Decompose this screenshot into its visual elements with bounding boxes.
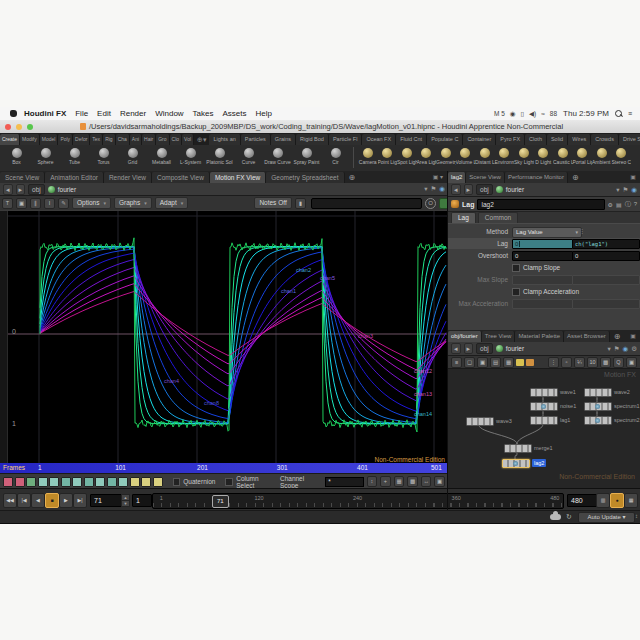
shelf-tab[interactable]: Poly — [58, 134, 73, 145]
menubar-clock[interactable]: Thu 2:59 PM — [563, 109, 609, 118]
spotlight-icon[interactable] — [615, 110, 622, 117]
play-reverse-button[interactable]: ◀ — [31, 493, 45, 508]
channel-swatch[interactable] — [49, 477, 59, 487]
column-select-checkbox[interactable] — [225, 478, 233, 486]
shelf-tool[interactable]: Sky Light — [514, 145, 534, 165]
shelf-tab[interactable]: Rigid Bod — [296, 134, 329, 145]
channel-swatch[interactable] — [153, 477, 163, 487]
view-mode-4-icon[interactable]: ▦ — [503, 357, 514, 368]
lag-field-2[interactable]: ch("lag1") — [572, 239, 640, 249]
timeline-slider[interactable]: 1120240360480 71 — [152, 493, 564, 509]
menu-item[interactable]: Edit — [97, 109, 111, 118]
max-slope-field-1[interactable] — [512, 275, 573, 285]
shelf-tab[interactable]: Vol — [182, 134, 194, 145]
pane-tab[interactable]: Material Palette — [515, 331, 564, 342]
pane-menu-icon[interactable]: ▣ — [626, 172, 640, 183]
network-node[interactable] — [504, 444, 532, 453]
pane-splitter[interactable] — [447, 171, 448, 510]
pin-icon[interactable]: ⚑ — [431, 185, 437, 193]
quaternion-checkbox[interactable] — [173, 478, 181, 486]
auto-update-dropdown[interactable]: Auto Update ▾ — [578, 512, 635, 523]
shelf-tool[interactable]: Platonic Sol — [205, 145, 234, 165]
box-select-icon[interactable]: ▣ — [16, 198, 27, 209]
max-slope-field-2[interactable] — [572, 275, 640, 285]
pin-icon[interactable]: ⚑ — [623, 186, 629, 194]
pencil-icon[interactable]: ✎ — [58, 198, 69, 209]
network-node[interactable] — [530, 402, 558, 411]
shelf-tab[interactable]: Crowds — [591, 134, 619, 145]
add-pane-tab-icon[interactable]: ⊕ — [610, 331, 625, 342]
view-mode-3-icon[interactable]: ▤ — [490, 357, 501, 368]
menu-item[interactable]: File — [75, 109, 88, 118]
cloud-icon[interactable] — [550, 514, 561, 520]
lag-field-1[interactable]: 0 — [512, 239, 573, 249]
path-node-name[interactable]: fourier — [506, 345, 524, 352]
shelf-tool[interactable]: Area Light — [417, 145, 437, 165]
shelf-tab[interactable]: Cha — [116, 134, 130, 145]
overshoot-field-1[interactable]: 0 — [512, 251, 573, 261]
shelf-tab[interactable]: Model — [40, 134, 59, 145]
network-node[interactable] — [584, 416, 612, 425]
menu-item[interactable]: Render — [120, 109, 146, 118]
link-icon[interactable]: ◉ — [631, 186, 637, 194]
shelf-tool[interactable]: Curve — [234, 145, 263, 165]
network-editor[interactable]: Motion FX Non-Commercial Edition wave1no… — [448, 369, 640, 488]
path-node-name[interactable]: fourier — [506, 186, 524, 193]
status-icon[interactable]: ▯ — [521, 110, 525, 118]
channel-swatch[interactable] — [84, 477, 94, 487]
shelf-tab[interactable]: Modify — [20, 134, 40, 145]
frame-count-icon[interactable]: 10 — [587, 357, 598, 368]
overshoot-field-2[interactable]: 0 — [572, 251, 640, 261]
pane-tab[interactable]: Animation Editor — [45, 172, 104, 183]
shelf-tab[interactable]: Ocean FX — [362, 134, 396, 145]
menu-dots-icon[interactable]: ⋮ — [548, 357, 559, 368]
shelf-tool[interactable]: D Light — [534, 145, 554, 165]
channel-scope-field[interactable]: * — [325, 477, 363, 487]
channel-swatch[interactable] — [130, 477, 140, 487]
view-mode-1-icon[interactable]: ▢ — [464, 357, 475, 368]
options-dropdown[interactable]: Options▾ — [72, 197, 111, 209]
pane-tab[interactable]: Asset Browser — [564, 331, 610, 342]
gear-icon[interactable]: ⚙ — [608, 201, 613, 208]
shelf-tool[interactable]: Camera — [358, 145, 378, 165]
scope-list-icon[interactable]: ▣ — [434, 476, 445, 487]
shelf-tab[interactable]: Clo — [170, 134, 183, 145]
next-frame-button[interactable]: ▶| — [73, 493, 87, 508]
realtime-toggle-icon[interactable]: ● — [610, 493, 624, 508]
chevron-down-icon[interactable]: ▾ — [607, 345, 610, 353]
shelf-tab[interactable]: Pyro FX — [496, 134, 525, 145]
stop-button[interactable]: ■ — [45, 493, 59, 508]
tab-lag[interactable]: Lag — [451, 212, 476, 223]
channel-swatch[interactable] — [107, 477, 117, 487]
channel-swatch[interactable] — [15, 477, 25, 487]
shelf-tab[interactable]: Drive Sim — [619, 134, 640, 145]
shelf-tool[interactable]: Torus — [89, 145, 118, 165]
tab-common[interactable]: Common — [478, 212, 518, 223]
help-icon[interactable]: ? — [634, 201, 637, 207]
pane-tab[interactable]: Geometry Spreadsheet — [266, 172, 344, 183]
shelf-tab[interactable]: Hair — [142, 134, 156, 145]
scope-add-icon[interactable]: + — [380, 476, 391, 487]
shelf-tab[interactable]: Solid — [547, 134, 568, 145]
path-root-chip[interactable]: obj — [476, 184, 493, 195]
status-icon[interactable]: M 5 — [494, 110, 505, 118]
path-root-chip[interactable]: obj — [28, 184, 45, 195]
shelf-tool[interactable]: Volume Light — [456, 145, 476, 165]
pane-tab[interactable]: Performance Monitor — [505, 172, 568, 183]
forward-icon[interactable]: ▸ — [16, 184, 26, 195]
shelf-tab[interactable]: Create — [0, 134, 20, 145]
view-mode-2-icon[interactable]: ▣ — [477, 357, 488, 368]
separator-icon[interactable]: ∥ — [30, 198, 41, 209]
shelf-tab[interactable]: Lights an — [209, 134, 240, 145]
channel-swatch[interactable] — [3, 477, 13, 487]
pane-tab[interactable]: Scene View — [466, 172, 505, 183]
grid-snap-icon[interactable]: ▩ — [600, 357, 611, 368]
folder-yellow-icon[interactable] — [516, 359, 524, 366]
pane-menu-icon[interactable]: ▣ ▾ — [429, 172, 447, 183]
channel-swatch[interactable] — [38, 477, 48, 487]
dopesheet-icon[interactable]: ▥ — [596, 493, 610, 508]
range-start-field[interactable]: 1 — [132, 494, 152, 507]
max-acceleration-field-1[interactable] — [512, 299, 573, 309]
chevron-down-icon[interactable]: ▾ — [616, 186, 619, 194]
menu-dots-icon[interactable]: ⋮ — [579, 227, 585, 234]
